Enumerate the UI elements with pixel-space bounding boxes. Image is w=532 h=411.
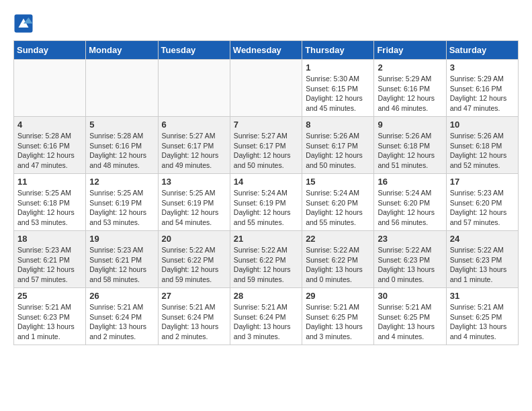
day-info: Sunrise: 5:28 AM Sunset: 6:16 PM Dayligh… — [17, 131, 82, 171]
day-number: 11 — [17, 177, 82, 187]
day-number: 10 — [450, 120, 515, 130]
day-info: Sunrise: 5:28 AM Sunset: 6:16 PM Dayligh… — [89, 131, 154, 171]
weekday-header-friday: Friday — [374, 41, 446, 60]
day-info: Sunrise: 5:30 AM Sunset: 6:15 PM Dayligh… — [306, 74, 370, 113]
calendar-cell: 30Sunrise: 5:21 AM Sunset: 6:25 PM Dayli… — [374, 288, 446, 345]
calendar-cell — [14, 60, 86, 117]
weekday-header-wednesday: Wednesday — [230, 41, 302, 60]
calendar-cell: 15Sunrise: 5:24 AM Sunset: 6:20 PM Dayli… — [302, 174, 374, 231]
day-number: 25 — [17, 291, 82, 301]
calendar-cell: 24Sunrise: 5:22 AM Sunset: 6:23 PM Dayli… — [446, 231, 518, 288]
day-number: 6 — [162, 120, 226, 130]
day-number: 28 — [234, 291, 298, 301]
day-info: Sunrise: 5:23 AM Sunset: 6:21 PM Dayligh… — [17, 245, 82, 285]
weekday-header-monday: Monday — [86, 41, 158, 60]
calendar-week-row: 1Sunrise: 5:30 AM Sunset: 6:15 PM Daylig… — [14, 60, 519, 117]
day-info: Sunrise: 5:25 AM Sunset: 6:18 PM Dayligh… — [17, 188, 82, 228]
calendar-cell: 11Sunrise: 5:25 AM Sunset: 6:18 PM Dayli… — [14, 174, 86, 231]
calendar-cell: 3Sunrise: 5:29 AM Sunset: 6:16 PM Daylig… — [446, 60, 518, 117]
calendar-week-row: 11Sunrise: 5:25 AM Sunset: 6:18 PM Dayli… — [14, 174, 519, 231]
calendar-week-row: 18Sunrise: 5:23 AM Sunset: 6:21 PM Dayli… — [14, 231, 519, 288]
calendar-cell: 1Sunrise: 5:30 AM Sunset: 6:15 PM Daylig… — [302, 60, 374, 117]
day-number: 12 — [89, 177, 154, 187]
weekday-header-tuesday: Tuesday — [158, 41, 230, 60]
calendar-cell: 16Sunrise: 5:24 AM Sunset: 6:20 PM Dayli… — [374, 174, 446, 231]
calendar-cell: 9Sunrise: 5:26 AM Sunset: 6:18 PM Daylig… — [374, 117, 446, 174]
weekday-header-saturday: Saturday — [446, 41, 518, 60]
day-info: Sunrise: 5:29 AM Sunset: 6:16 PM Dayligh… — [450, 74, 515, 113]
day-info: Sunrise: 5:21 AM Sunset: 6:24 PM Dayligh… — [162, 302, 226, 342]
calendar-week-row: 4Sunrise: 5:28 AM Sunset: 6:16 PM Daylig… — [14, 117, 519, 174]
calendar-cell: 25Sunrise: 5:21 AM Sunset: 6:23 PM Dayli… — [14, 288, 86, 345]
calendar-cell: 28Sunrise: 5:21 AM Sunset: 6:24 PM Dayli… — [230, 288, 302, 345]
calendar-cell: 17Sunrise: 5:23 AM Sunset: 6:20 PM Dayli… — [446, 174, 518, 231]
day-number: 3 — [450, 62, 515, 73]
day-info: Sunrise: 5:24 AM Sunset: 6:19 PM Dayligh… — [234, 188, 298, 228]
weekday-header-sunday: Sunday — [14, 41, 86, 60]
day-number: 22 — [306, 234, 370, 244]
day-info: Sunrise: 5:27 AM Sunset: 6:17 PM Dayligh… — [162, 131, 226, 171]
calendar-cell — [230, 60, 302, 117]
day-number: 21 — [234, 234, 298, 244]
day-number: 17 — [450, 177, 515, 187]
day-info: Sunrise: 5:24 AM Sunset: 6:20 PM Dayligh… — [378, 188, 442, 228]
calendar-cell: 13Sunrise: 5:25 AM Sunset: 6:19 PM Dayli… — [158, 174, 230, 231]
weekday-header-row: SundayMondayTuesdayWednesdayThursdayFrid… — [14, 41, 519, 60]
day-number: 14 — [234, 177, 298, 187]
day-info: Sunrise: 5:21 AM Sunset: 6:25 PM Dayligh… — [450, 302, 515, 342]
day-number: 23 — [378, 234, 442, 244]
calendar-cell: 23Sunrise: 5:22 AM Sunset: 6:23 PM Dayli… — [374, 231, 446, 288]
day-number: 2 — [378, 62, 442, 73]
page-header — [13, 13, 519, 34]
day-info: Sunrise: 5:27 AM Sunset: 6:17 PM Dayligh… — [234, 131, 298, 171]
day-info: Sunrise: 5:25 AM Sunset: 6:19 PM Dayligh… — [162, 188, 226, 228]
day-info: Sunrise: 5:25 AM Sunset: 6:19 PM Dayligh… — [89, 188, 154, 228]
day-info: Sunrise: 5:23 AM Sunset: 6:20 PM Dayligh… — [450, 188, 515, 228]
day-number: 15 — [306, 177, 370, 187]
day-number: 19 — [89, 234, 154, 244]
logo — [13, 13, 36, 34]
calendar-cell: 20Sunrise: 5:22 AM Sunset: 6:22 PM Dayli… — [158, 231, 230, 288]
day-info: Sunrise: 5:26 AM Sunset: 6:18 PM Dayligh… — [378, 131, 442, 171]
calendar-cell: 12Sunrise: 5:25 AM Sunset: 6:19 PM Dayli… — [86, 174, 158, 231]
day-number: 31 — [450, 291, 515, 301]
calendar-week-row: 25Sunrise: 5:21 AM Sunset: 6:23 PM Dayli… — [14, 288, 519, 345]
day-info: Sunrise: 5:22 AM Sunset: 6:22 PM Dayligh… — [162, 245, 226, 285]
day-number: 30 — [378, 291, 442, 301]
day-number: 1 — [306, 62, 370, 73]
day-number: 5 — [89, 120, 154, 130]
calendar-cell: 31Sunrise: 5:21 AM Sunset: 6:25 PM Dayli… — [446, 288, 518, 345]
day-number: 26 — [89, 291, 154, 301]
calendar-table: SundayMondayTuesdayWednesdayThursdayFrid… — [13, 40, 519, 345]
day-info: Sunrise: 5:21 AM Sunset: 6:24 PM Dayligh… — [89, 302, 154, 342]
day-info: Sunrise: 5:21 AM Sunset: 6:25 PM Dayligh… — [378, 302, 442, 342]
calendar-cell: 8Sunrise: 5:26 AM Sunset: 6:17 PM Daylig… — [302, 117, 374, 174]
day-number: 4 — [17, 120, 82, 130]
calendar-cell — [158, 60, 230, 117]
day-number: 9 — [378, 120, 442, 130]
calendar-cell: 10Sunrise: 5:26 AM Sunset: 6:18 PM Dayli… — [446, 117, 518, 174]
day-info: Sunrise: 5:21 AM Sunset: 6:23 PM Dayligh… — [17, 302, 82, 342]
day-number: 18 — [17, 234, 82, 244]
calendar-cell: 22Sunrise: 5:22 AM Sunset: 6:22 PM Dayli… — [302, 231, 374, 288]
day-number: 7 — [234, 120, 298, 130]
calendar-cell: 6Sunrise: 5:27 AM Sunset: 6:17 PM Daylig… — [158, 117, 230, 174]
day-info: Sunrise: 5:22 AM Sunset: 6:23 PM Dayligh… — [450, 245, 515, 285]
calendar-cell: 7Sunrise: 5:27 AM Sunset: 6:17 PM Daylig… — [230, 117, 302, 174]
logo-icon — [13, 13, 34, 34]
calendar-cell: 2Sunrise: 5:29 AM Sunset: 6:16 PM Daylig… — [374, 60, 446, 117]
day-info: Sunrise: 5:23 AM Sunset: 6:21 PM Dayligh… — [89, 245, 154, 285]
day-number: 16 — [378, 177, 442, 187]
calendar-cell — [86, 60, 158, 117]
day-number: 29 — [306, 291, 370, 301]
calendar-cell: 19Sunrise: 5:23 AM Sunset: 6:21 PM Dayli… — [86, 231, 158, 288]
calendar-cell: 5Sunrise: 5:28 AM Sunset: 6:16 PM Daylig… — [86, 117, 158, 174]
day-number: 24 — [450, 234, 515, 244]
day-number: 20 — [162, 234, 226, 244]
calendar-cell: 21Sunrise: 5:22 AM Sunset: 6:22 PM Dayli… — [230, 231, 302, 288]
calendar-cell: 18Sunrise: 5:23 AM Sunset: 6:21 PM Dayli… — [14, 231, 86, 288]
day-info: Sunrise: 5:29 AM Sunset: 6:16 PM Dayligh… — [378, 74, 442, 113]
calendar-cell: 26Sunrise: 5:21 AM Sunset: 6:24 PM Dayli… — [86, 288, 158, 345]
day-info: Sunrise: 5:22 AM Sunset: 6:22 PM Dayligh… — [306, 245, 370, 285]
day-number: 27 — [162, 291, 226, 301]
